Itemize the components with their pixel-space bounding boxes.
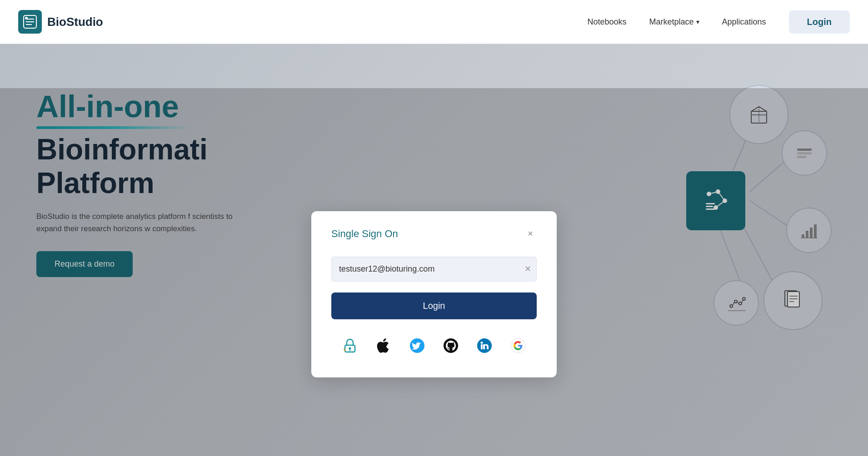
- svg-point-50: [444, 338, 458, 353]
- nav-marketplace[interactable]: Marketplace ▾: [649, 17, 699, 27]
- twitter-login-button[interactable]: [405, 334, 429, 357]
- navbar: BioStudio Notebooks Marketplace ▾ Applic…: [0, 0, 868, 44]
- svg-point-45: [349, 347, 351, 349]
- hero-background: All-in-one Bioinformati Platform BioStud…: [0, 44, 868, 456]
- svg-rect-52: [481, 344, 483, 349]
- sso-modal: Single Sign On × ✕ Login: [311, 211, 557, 377]
- marketplace-chevron-icon: ▾: [696, 18, 699, 25]
- login-button[interactable]: Login: [789, 10, 850, 34]
- github-login-button[interactable]: [439, 334, 463, 357]
- social-login-row: [331, 334, 537, 357]
- modal-header: Single Sign On ×: [331, 228, 537, 240]
- email-input[interactable]: [331, 257, 537, 282]
- logo-icon: [18, 10, 42, 34]
- clear-email-button[interactable]: ✕: [524, 264, 531, 274]
- modal-close-button[interactable]: ×: [524, 228, 537, 240]
- logo-text: BioStudio: [47, 15, 103, 29]
- google-login-button[interactable]: [506, 334, 530, 357]
- apple-login-button[interactable]: [372, 334, 395, 357]
- email-field-wrapper: ✕: [331, 257, 537, 282]
- nav-applications[interactable]: Applications: [722, 17, 766, 27]
- logo[interactable]: BioStudio: [18, 10, 103, 34]
- nav-notebooks[interactable]: Notebooks: [587, 17, 626, 27]
- modal-login-button[interactable]: Login: [331, 292, 537, 319]
- svg-point-4: [25, 17, 28, 20]
- sso-login-button[interactable]: [338, 334, 362, 357]
- nav-links: Notebooks Marketplace ▾ Applications Log…: [587, 10, 850, 34]
- svg-point-53: [481, 342, 483, 344]
- linkedin-login-button[interactable]: [473, 334, 496, 357]
- modal-overlay: Single Sign On × ✕ Login: [0, 88, 868, 456]
- modal-title: Single Sign On: [331, 228, 398, 240]
